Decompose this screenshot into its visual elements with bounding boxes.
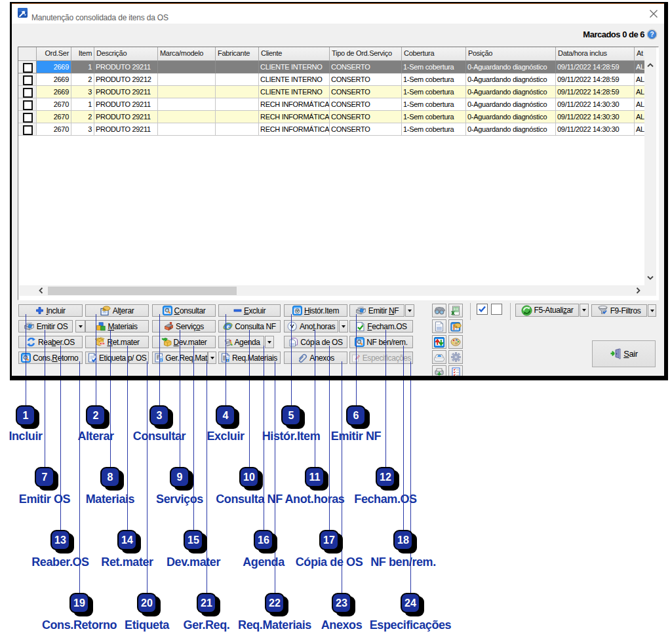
svg-text:?: ? — [650, 31, 654, 38]
